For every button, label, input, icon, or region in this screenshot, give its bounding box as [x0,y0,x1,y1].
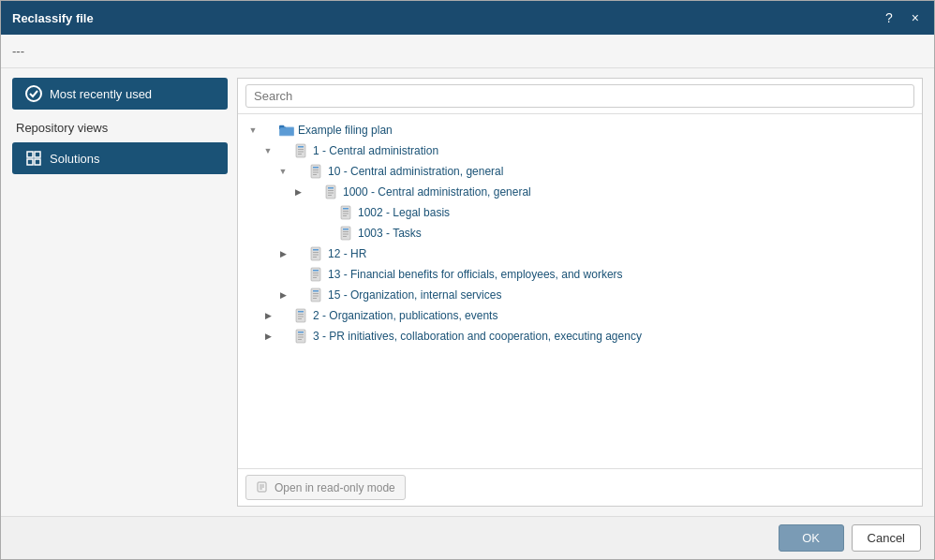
expand-btn-3[interactable]: ▶ [260,329,275,344]
tree-label-13[interactable]: 13 - Financial benefits for officials, e… [328,268,623,281]
svg-rect-35 [313,252,319,253]
doc-icon-1002 [338,204,355,221]
cancel-button[interactable]: Cancel [852,524,921,552]
svg-rect-49 [298,311,304,313]
svg-rect-34 [313,249,319,251]
expand-btn-2[interactable]: ▶ [260,308,275,323]
svg-rect-26 [343,214,349,214]
toolbar-dots: --- [12,44,24,58]
repo-views-label: Repository views [12,113,228,139]
svg-rect-39 [313,270,319,272]
svg-rect-0 [27,152,33,157]
collapse-indicator-root[interactable]: ▼ [245,123,260,138]
tree-node-1: ▼ 1 - Central administration [238,140,922,161]
mru-label: Most recently used [50,87,152,101]
svg-rect-40 [313,273,319,273]
svg-rect-24 [343,208,349,210]
tree-label-2[interactable]: 2 - Organization, publications, events [313,309,497,322]
svg-rect-57 [298,339,302,340]
doc-icon-1003 [338,225,355,242]
solutions-label: Solutions [50,152,99,166]
left-panel: Most recently used Repository views Solu… [12,78,228,507]
read-only-icon [256,479,269,495]
tree-label-10[interactable]: 10 - Central administration, general [328,165,503,178]
svg-rect-7 [280,127,293,135]
tree-node-2: ▶ 2 - Organization, publications, events [238,305,922,326]
tree-node-1000: ▶ 1000 - Central administration, general [238,182,922,202]
svg-rect-10 [298,149,304,150]
tree-node-12: ▶ 12 - HR [238,243,922,264]
svg-rect-27 [343,215,347,216]
reclassify-dialog: Reclassify file ? × --- Most recently us… [0,0,935,560]
tree-label-12[interactable]: 12 - HR [328,247,366,260]
help-button[interactable]: ? [882,11,897,24]
solutions-button[interactable]: Solutions [12,142,228,174]
toolbar: --- [1,35,934,68]
svg-rect-56 [298,337,304,338]
tree-label-15[interactable]: 15 - Organization, internal services [328,288,501,302]
tree-node-root: ▼ Example filing plan [238,120,922,140]
expand-btn-1000[interactable]: ▶ [290,184,305,199]
bottom-bar: Open in read-only mode [238,468,922,506]
svg-rect-47 [313,298,317,299]
read-only-label: Open in read-only mode [275,481,395,494]
content-area: Most recently used Repository views Solu… [1,68,934,516]
tree-label-1000[interactable]: 1000 - Central administration, general [343,185,531,199]
svg-rect-36 [313,255,319,256]
search-bar [238,79,922,114]
svg-rect-37 [313,257,317,258]
svg-rect-31 [343,234,349,235]
svg-rect-32 [343,236,347,237]
svg-rect-15 [313,169,319,170]
svg-rect-29 [343,228,349,230]
dialog-title: Reclassify file [12,11,94,25]
doc-icon-15 [308,287,325,303]
search-input[interactable] [245,84,914,108]
tree-area[interactable]: ▼ Example filing plan ▼ [238,114,922,468]
svg-rect-21 [328,193,334,194]
check-circle-icon [25,85,42,102]
titlebar-controls: ? × [882,11,923,24]
close-button[interactable]: × [908,11,923,24]
doc-icon-2 [293,307,310,324]
svg-rect-55 [298,334,304,335]
tree-node-1003: 1003 - Tasks [238,223,922,243]
most-recently-used-button[interactable]: Most recently used [12,78,228,110]
svg-rect-16 [313,172,319,173]
svg-rect-54 [298,332,304,333]
svg-rect-22 [328,195,332,196]
titlebar: Reclassify file ? × [1,1,934,35]
doc-icon-1000 [323,184,340,200]
svg-rect-52 [298,318,302,319]
expand-btn-15[interactable]: ▶ [275,287,290,302]
doc-icon-1 [293,142,310,159]
tree-label-3[interactable]: 3 - PR initiatives, collaboration and co… [313,330,642,343]
tree-node-3: ▶ 3 - PR initiatives, collaboration and … [238,326,922,346]
svg-rect-41 [313,275,319,276]
svg-rect-14 [313,167,319,169]
svg-rect-44 [313,290,319,292]
tree-root-label[interactable]: Example filing plan [298,124,393,137]
svg-rect-12 [298,154,302,155]
open-read-only-button[interactable]: Open in read-only mode [245,475,406,500]
doc-icon-13 [308,266,325,283]
svg-rect-20 [328,190,334,191]
svg-rect-1 [35,152,40,157]
doc-icon-3 [293,328,310,345]
svg-rect-42 [313,277,317,278]
ok-button[interactable]: OK [779,524,844,552]
tree-label-1002[interactable]: 1002 - Legal basis [358,206,450,219]
svg-rect-2 [27,159,33,165]
tree-label-1003[interactable]: 1003 - Tasks [358,227,422,240]
svg-rect-9 [298,146,304,148]
tree-label-1[interactable]: 1 - Central administration [313,144,438,157]
collapse-indicator-1[interactable]: ▼ [260,143,275,158]
svg-rect-46 [313,296,319,297]
collapse-indicator-10[interactable]: ▼ [275,164,290,179]
tree-node-15: ▶ 15 - Organization, internal services [238,285,922,305]
tree-node-13: 13 - Financial benefits for officials, e… [238,264,922,285]
expand-btn-12[interactable]: ▶ [275,246,290,261]
svg-rect-50 [298,314,304,315]
svg-rect-51 [298,317,304,317]
dialog-footer: OK Cancel [1,516,934,559]
